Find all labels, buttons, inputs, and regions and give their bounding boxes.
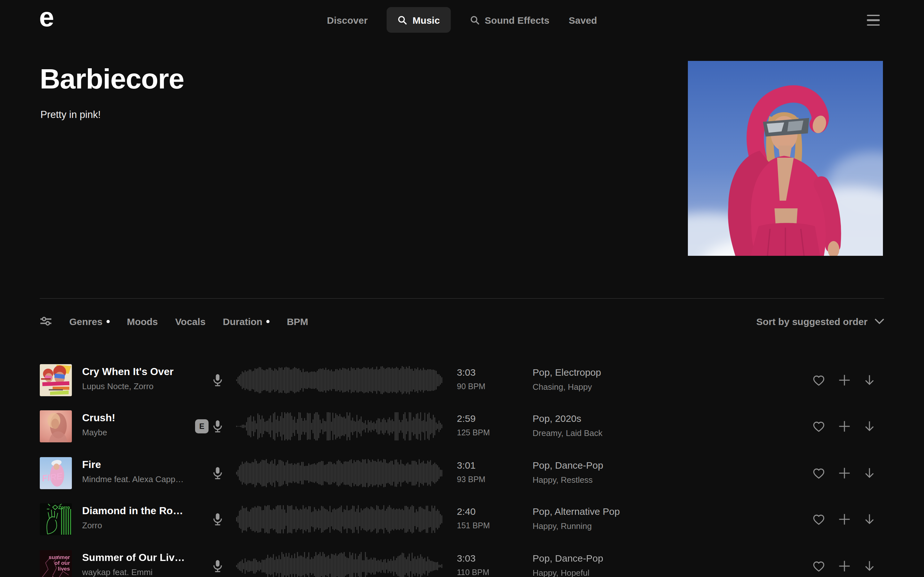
track-genres[interactable]: Pop, Dance-Pop [533,460,603,471]
waveform[interactable] [236,459,443,487]
track-genres[interactable]: Pop, Alternative Pop [533,506,620,517]
vocals-mic-icon [212,466,223,481]
playlist-cover-image [688,61,883,256]
nav-saved-label: Saved [569,15,597,25]
track-title[interactable]: Fire [82,459,101,471]
waveform[interactable] [236,552,443,577]
vocals-mic-icon [212,419,223,434]
track-row: Crush! Maybe E 2:59 125 BPM Pop, 2020s D… [0,410,924,442]
track-moods[interactable]: Happy, Hopeful [533,568,590,577]
waveform[interactable] [236,412,443,440]
download-button[interactable] [863,512,877,526]
album-art[interactable]: Zorro [40,503,72,535]
vocals-mic-icon [212,372,223,388]
chevron-down-icon [875,318,884,324]
waveform[interactable] [236,366,443,394]
track-title[interactable]: Cry When It's Over [82,366,174,378]
track-genres[interactable]: Pop, 2020s [533,413,582,424]
like-button[interactable] [812,419,826,434]
download-button[interactable] [863,466,877,480]
duration-active-dot [266,319,270,323]
track-duration: 3:01 [457,460,475,471]
sort-dropdown[interactable]: Sort by suggested order [756,313,884,330]
add-to-playlist-button[interactable] [837,466,851,480]
track-genres[interactable]: Pop, Electropop [533,367,601,378]
like-button[interactable] [812,466,826,480]
add-to-playlist-button[interactable] [837,512,851,526]
track-duration: 3:03 [457,367,475,378]
track-title[interactable]: Diamond in the Ro… [82,505,183,517]
track-row: summer of our lives waykap Summer of Our… [0,550,924,577]
epidemic-sound-logo-icon[interactable]: e [39,4,54,31]
page-subtitle: Pretty in pink! [40,109,101,121]
download-button[interactable] [863,419,877,434]
track-bpm: 125 BPM [457,428,490,437]
track-moods[interactable]: Happy, Running [533,521,592,531]
svg-text:lives: lives [58,566,70,572]
filter-bpm[interactable]: BPM [287,316,309,327]
track-bpm: 110 BPM [457,568,489,577]
svg-text:summer: summer [49,554,70,560]
like-button[interactable] [812,512,826,526]
vocals-mic-icon [212,558,223,574]
track-artists[interactable]: Mindme feat. Alexa Capp… [82,474,184,484]
track-row: Zorro Diamond in the Ro… Zorro 2:40 151 … [0,503,924,535]
search-icon [398,15,407,25]
track-genres[interactable]: Pop, Dance-Pop [533,553,603,564]
svg-text:waykap: waykap [41,575,61,577]
nav-discover[interactable]: Discover [327,15,368,25]
filter-vocals-label: Vocals [175,316,206,327]
app-window: e Discover Music Sound Effects Saved Bar… [0,0,924,577]
waveform[interactable] [236,505,443,533]
track-duration: 2:40 [457,506,475,517]
explicit-badge: E [195,419,208,434]
track-bpm: 151 BPM [457,521,490,530]
nav-music-label: Music [413,15,440,25]
filter-bpm-label: BPM [287,316,309,327]
track-title[interactable]: Crush! [82,412,115,424]
filter-moods-label: Moods [127,316,158,327]
divider [40,298,884,299]
track-artists[interactable]: waykap feat. Emmi [82,567,153,577]
track-duration: 3:03 [457,553,475,564]
track-moods[interactable]: Chasing, Happy [533,382,592,392]
main-nav: Discover Music Sound Effects Saved [327,7,597,33]
track-artists[interactable]: Maybe [82,428,107,437]
download-button[interactable] [863,373,877,387]
add-to-playlist-button[interactable] [837,559,851,573]
svg-text:of our: of our [55,560,70,566]
like-button[interactable] [812,559,826,573]
filters-icon[interactable] [40,316,52,326]
track-title[interactable]: Summer of Our Liv… [82,552,185,564]
nav-saved[interactable]: Saved [569,15,597,25]
album-art[interactable] [40,364,72,396]
track-row: Cry When It's Over Lupus Nocte, Zorro 3:… [0,364,924,396]
nav-music-active-tab[interactable]: Music [387,7,451,33]
filter-vocals[interactable]: Vocals [175,316,206,327]
filter-duration[interactable]: Duration [223,316,270,327]
album-art[interactable]: FIRE [40,457,72,489]
filter-genres[interactable]: Genres [69,316,110,327]
album-art[interactable] [40,410,72,442]
vocals-mic-icon [212,512,223,527]
add-to-playlist-button[interactable] [837,419,851,434]
download-button[interactable] [863,559,877,573]
add-to-playlist-button[interactable] [837,373,851,387]
album-art[interactable]: summer of our lives waykap [40,550,72,577]
genres-active-dot [106,319,110,323]
track-moods[interactable]: Happy, Restless [533,475,593,485]
track-bpm: 90 BPM [457,382,485,391]
track-moods[interactable]: Dreamy, Laid Back [533,428,603,438]
nav-sound-effects[interactable]: Sound Effects [470,15,549,25]
like-button[interactable] [812,373,826,387]
nav-discover-label: Discover [327,15,368,25]
filter-moods[interactable]: Moods [127,316,158,327]
track-duration: 2:59 [457,413,475,424]
track-artists[interactable]: Lupus Nocte, Zorro [82,382,153,391]
track-artists[interactable]: Zorro [82,521,102,530]
menu-icon[interactable] [867,15,880,26]
svg-text:Zorro: Zorro [58,505,70,510]
track-bpm: 93 BPM [457,475,485,484]
search-icon [470,15,480,25]
filter-duration-label: Duration [223,316,262,327]
